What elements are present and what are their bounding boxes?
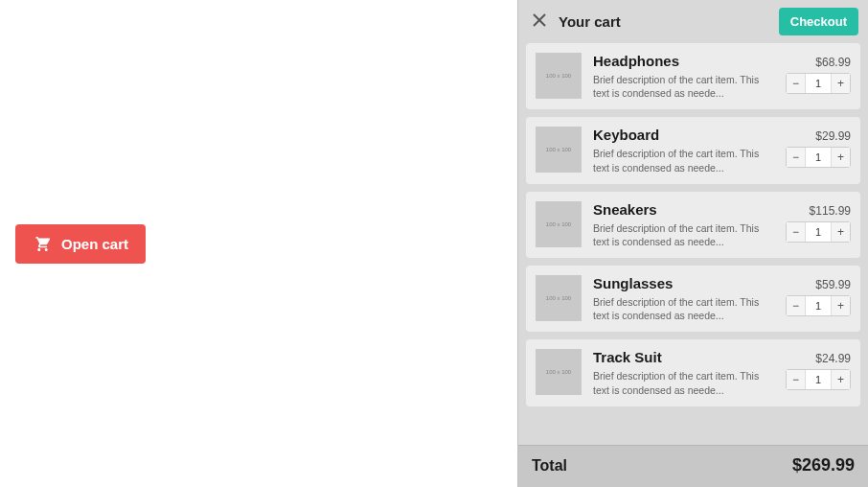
- item-description: Brief description of the cart item. This…: [593, 73, 776, 100]
- qty-increase-button[interactable]: +: [831, 370, 850, 389]
- item-name: Keyboard: [593, 127, 659, 143]
- qty-value: 1: [806, 370, 831, 389]
- cart-footer: Total $269.99: [518, 445, 868, 487]
- cart-item: 100 x 100Sneakers$115.99Brief descriptio…: [526, 192, 860, 258]
- cart-item: 100 x 100Track Suit$24.99Brief descripti…: [526, 339, 860, 406]
- quantity-stepper: −1+: [786, 147, 851, 168]
- item-body: Sunglasses$59.99Brief description of the…: [593, 275, 851, 322]
- cart-icon: [33, 234, 50, 254]
- cart-item: 100 x 100Sunglasses$59.99Brief descripti…: [526, 266, 860, 332]
- item-body: Headphones$68.99Brief description of the…: [593, 53, 851, 100]
- item-description: Brief description of the cart item. This…: [593, 147, 776, 174]
- item-price: $29.99: [815, 129, 851, 143]
- qty-value: 1: [806, 148, 831, 167]
- item-body: Keyboard$29.99Brief description of the c…: [593, 127, 851, 174]
- item-thumbnail: 100 x 100: [536, 53, 582, 99]
- quantity-stepper: −1+: [786, 73, 851, 94]
- item-name: Sunglasses: [593, 275, 673, 291]
- item-body: Track Suit$24.99Brief description of the…: [593, 349, 851, 396]
- item-price: $115.99: [810, 204, 851, 218]
- quantity-stepper: −1+: [786, 295, 851, 316]
- item-thumbnail: 100 x 100: [536, 201, 582, 247]
- item-thumbnail: 100 x 100: [536, 127, 582, 173]
- cart-panel: Your cart Checkout 100 x 100Headphones$6…: [517, 0, 868, 487]
- total-value: $269.99: [792, 455, 855, 475]
- qty-increase-button[interactable]: +: [831, 296, 850, 315]
- close-button[interactable]: [528, 11, 551, 34]
- cart-item: 100 x 100Headphones$68.99Brief descripti…: [526, 43, 860, 109]
- checkout-button[interactable]: Checkout: [779, 8, 858, 35]
- item-name: Sneakers: [593, 201, 657, 218]
- main-area: Open cart: [0, 0, 517, 487]
- item-description: Brief description of the cart item. This…: [593, 221, 776, 248]
- qty-value: 1: [806, 222, 831, 242]
- item-price: $68.99: [815, 56, 851, 69]
- qty-decrease-button[interactable]: −: [787, 370, 806, 389]
- cart-title: Your cart: [559, 13, 771, 30]
- total-label: Total: [532, 457, 567, 475]
- qty-value: 1: [806, 296, 831, 315]
- cart-items-list[interactable]: 100 x 100Headphones$68.99Brief descripti…: [518, 43, 868, 445]
- qty-value: 1: [806, 74, 831, 93]
- quantity-stepper: −1+: [786, 369, 851, 390]
- qty-decrease-button[interactable]: −: [787, 222, 806, 242]
- qty-decrease-button[interactable]: −: [787, 148, 806, 167]
- qty-increase-button[interactable]: +: [831, 222, 850, 242]
- item-price: $59.99: [815, 278, 851, 291]
- item-description: Brief description of the cart item. This…: [593, 369, 776, 396]
- item-body: Sneakers$115.99Brief description of the …: [593, 201, 851, 248]
- item-name: Headphones: [593, 53, 679, 69]
- qty-decrease-button[interactable]: −: [787, 296, 806, 315]
- item-description: Brief description of the cart item. This…: [593, 295, 776, 322]
- item-name: Track Suit: [593, 349, 662, 365]
- item-price: $24.99: [815, 352, 851, 365]
- cart-header: Your cart Checkout: [518, 0, 868, 43]
- qty-increase-button[interactable]: +: [831, 148, 850, 167]
- item-thumbnail: 100 x 100: [536, 349, 582, 395]
- qty-increase-button[interactable]: +: [831, 74, 850, 93]
- open-cart-label: Open cart: [61, 236, 128, 252]
- qty-decrease-button[interactable]: −: [787, 74, 806, 93]
- close-icon: [533, 13, 546, 31]
- item-thumbnail: 100 x 100: [536, 275, 582, 321]
- open-cart-button[interactable]: Open cart: [15, 224, 146, 264]
- quantity-stepper: −1+: [786, 221, 851, 243]
- cart-item: 100 x 100Keyboard$29.99Brief description…: [526, 117, 860, 183]
